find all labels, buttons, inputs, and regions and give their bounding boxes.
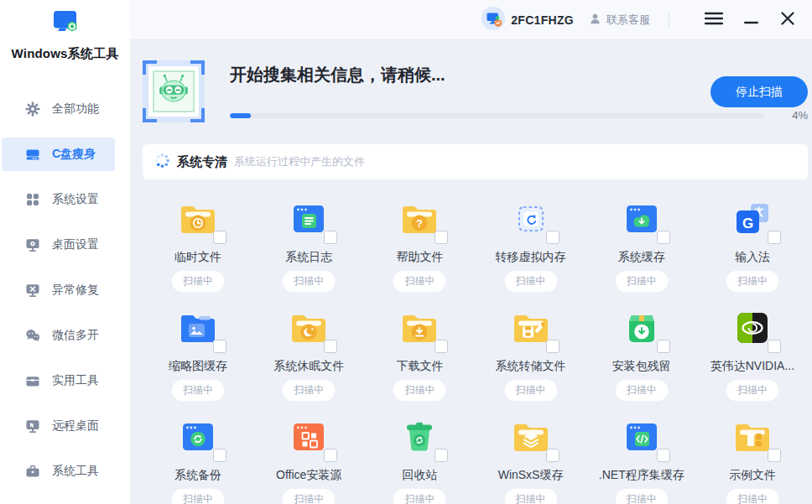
- sidebar-item-label: 远程桌面: [52, 418, 99, 434]
- svg-text:G: G: [742, 216, 753, 231]
- item-checkbox[interactable]: [435, 231, 448, 244]
- scan-item: 系统备份 扫描中: [143, 397, 253, 504]
- scan-item: 临时文件 扫描中: [143, 179, 253, 288]
- item-checkbox[interactable]: [324, 231, 337, 244]
- sidebar-item-label: C盘瘦身: [52, 147, 96, 162]
- scan-robot-frame: [143, 60, 205, 122]
- scan-item: 系统日志 扫描中: [253, 179, 364, 288]
- content: 开始搜集相关信息，请稍候... 停止扫描 4% 系统专清 系统运行过程中产生的文…: [130, 40, 812, 504]
- contact-support-button[interactable]: 联系客服: [589, 13, 650, 28]
- progress-row: 4%: [230, 109, 808, 122]
- contact-support-label: 联系客服: [606, 13, 650, 28]
- toolbox-icon: [25, 373, 40, 388]
- item-status-badge: 扫描中: [616, 489, 668, 504]
- scan-item: 安装包残留 扫描中: [586, 288, 697, 397]
- item-checkbox[interactable]: [213, 449, 226, 462]
- item-checkbox[interactable]: [768, 231, 781, 244]
- scan-item: 系统转储文件 扫描中: [476, 288, 586, 397]
- sidebar-item-7[interactable]: 远程桌面: [2, 409, 115, 443]
- main-area: 2FC1FHZG 联系客服: [130, 0, 812, 504]
- item-checkbox[interactable]: [546, 231, 560, 244]
- item-status-badge: 扫描中: [283, 489, 335, 504]
- scan-status-block: 开始搜集相关信息，请稍候... 停止扫描 4%: [230, 60, 808, 122]
- drive-icon: [25, 147, 40, 162]
- repair-icon: [25, 283, 40, 298]
- item-checkbox[interactable]: [213, 231, 226, 244]
- progress-bar: [230, 113, 764, 118]
- sidebar-item-0[interactable]: 全部功能: [2, 92, 115, 126]
- section-subtitle: 系统运行过程中产生的文件: [234, 154, 365, 169]
- item-label: 系统缓存: [618, 250, 665, 265]
- item-label: 缩略图缓存: [169, 359, 227, 374]
- item-checkbox[interactable]: [768, 340, 781, 353]
- stop-scan-button[interactable]: 停止扫描: [710, 76, 808, 107]
- section-header: 系统专清 系统运行过程中产生的文件: [143, 144, 808, 179]
- sidebar-item-label: 系统设置: [52, 192, 99, 207]
- item-label: 帮助文件: [396, 250, 443, 265]
- sidebar-item-label: 桌面设置: [52, 237, 99, 252]
- sidebar: Windows系统工具 全部功能 C盘瘦身 系统设置 桌面设置 异常修复 微信多…: [0, 0, 130, 504]
- minimize-button[interactable]: [740, 9, 762, 31]
- license-chip: 2FC1FHZG: [481, 7, 574, 34]
- app-logo-block: Windows系统工具: [0, 0, 130, 62]
- item-checkbox[interactable]: [435, 340, 448, 353]
- sidebar-item-label: 微信多开: [52, 328, 99, 343]
- item-label: 示例文件: [729, 468, 776, 483]
- app-logo-icon: [50, 8, 81, 42]
- item-checkbox[interactable]: [657, 231, 670, 244]
- item-status-badge: 扫描中: [505, 489, 557, 504]
- item-checkbox[interactable]: [324, 449, 337, 462]
- item-checkbox[interactable]: [657, 449, 670, 462]
- sidebar-item-label: 全部功能: [52, 101, 99, 117]
- scan-item: ? 帮助文件 扫描中: [364, 179, 475, 288]
- item-label: .NET程序集缓存: [599, 468, 684, 483]
- item-label: Office安装源: [276, 468, 341, 483]
- progress-bar-fill: [230, 113, 251, 118]
- item-label: 系统休眠文件: [273, 359, 344, 374]
- sidebar-item-5[interactable]: 微信多开: [2, 319, 115, 352]
- remote-desktop-icon: [25, 418, 40, 434]
- sidebar-item-4[interactable]: 异常修复: [2, 273, 115, 307]
- sidebar-item-2[interactable]: 系统设置: [2, 183, 115, 216]
- progress-percent-label: 4%: [771, 109, 808, 122]
- scan-item: G 输入法 扫描中: [697, 179, 808, 288]
- item-status-badge: 扫描中: [726, 489, 778, 504]
- item-label: 系统转储文件: [496, 359, 566, 374]
- svg-text:?: ?: [416, 217, 423, 230]
- sidebar-item-label: 实用工具: [52, 373, 99, 388]
- sidebar-item-6[interactable]: 实用工具: [2, 364, 115, 397]
- item-label: 下载文件: [396, 359, 443, 374]
- sidebar-item-3[interactable]: 桌面设置: [2, 228, 115, 262]
- item-label: 系统日志: [285, 250, 332, 265]
- scan-item: 转移虚拟内存 扫描中: [476, 179, 586, 288]
- sidebar-item-1[interactable]: C盘瘦身: [2, 138, 115, 171]
- close-button[interactable]: [777, 9, 799, 31]
- person-icon: [589, 13, 601, 28]
- shield-monitor-badge-icon: [481, 7, 505, 34]
- item-checkbox[interactable]: [213, 340, 226, 353]
- scan-item: 缩略图缓存 扫描中: [143, 288, 253, 397]
- item-status-badge: 扫描中: [393, 489, 445, 504]
- grid-icon: [25, 192, 40, 207]
- robot-frame-green: [153, 70, 195, 112]
- scan-corner-icon: [190, 60, 205, 75]
- item-label: 输入法: [735, 250, 770, 265]
- app-title: Windows系统工具: [12, 46, 119, 62]
- sidebar-item-8[interactable]: 系统工具: [2, 455, 115, 488]
- scan-item: 示例文件 扫描中: [697, 397, 808, 504]
- item-label: 临时文件: [174, 250, 221, 265]
- briefcase-icon: [25, 464, 40, 479]
- sidebar-item-label: 系统工具: [52, 464, 99, 479]
- sidebar-item-label: 异常修复: [52, 283, 99, 298]
- wechat-icon: [25, 328, 40, 343]
- scan-item: 下载文件 扫描中: [364, 288, 475, 397]
- app-window: Windows系统工具 全部功能 C盘瘦身 系统设置 桌面设置 异常修复 微信多…: [0, 0, 812, 504]
- item-checkbox[interactable]: [546, 340, 560, 353]
- item-checkbox[interactable]: [435, 449, 448, 462]
- item-checkbox[interactable]: [657, 340, 670, 353]
- item-label: 安装包残留: [612, 359, 671, 374]
- item-checkbox[interactable]: [324, 340, 337, 353]
- menu-button[interactable]: [703, 9, 725, 31]
- item-checkbox[interactable]: [546, 449, 560, 462]
- item-checkbox[interactable]: [768, 449, 781, 462]
